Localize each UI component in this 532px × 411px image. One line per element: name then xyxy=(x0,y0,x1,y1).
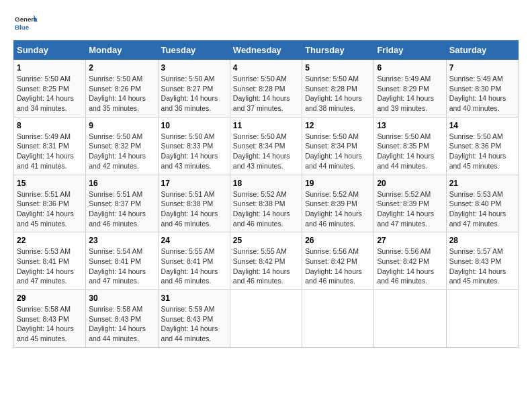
calendar-cell: 9 Sunrise: 5:50 AM Sunset: 8:32 PM Dayli… xyxy=(86,117,158,175)
day-number: 7 xyxy=(449,63,515,73)
day-info: Sunrise: 5:57 AM Sunset: 8:43 PM Dayligh… xyxy=(449,246,515,286)
day-number: 15 xyxy=(17,179,83,188)
day-number: 31 xyxy=(161,293,227,303)
day-number: 20 xyxy=(377,179,443,188)
day-number: 11 xyxy=(233,121,299,130)
calendar-cell: 7 Sunrise: 5:49 AM Sunset: 8:30 PM Dayli… xyxy=(446,60,518,118)
calendar-cell xyxy=(374,290,446,348)
day-info: Sunrise: 5:55 AM Sunset: 8:41 PM Dayligh… xyxy=(161,246,227,286)
day-info: Sunrise: 5:50 AM Sunset: 8:34 PM Dayligh… xyxy=(305,132,371,171)
day-number: 24 xyxy=(161,236,227,245)
day-info: Sunrise: 5:49 AM Sunset: 8:31 PM Dayligh… xyxy=(17,132,83,171)
calendar-cell: 19 Sunrise: 5:52 AM Sunset: 8:39 PM Dayl… xyxy=(302,175,374,232)
day-number: 21 xyxy=(449,179,515,188)
calendar-cell: 25 Sunrise: 5:55 AM Sunset: 8:42 PM Dayl… xyxy=(230,232,302,290)
calendar-header-thursday: Thursday xyxy=(302,41,374,60)
calendar-cell: 21 Sunrise: 5:53 AM Sunset: 8:40 PM Dayl… xyxy=(446,175,518,232)
calendar-week-row: 8 Sunrise: 5:49 AM Sunset: 8:31 PM Dayli… xyxy=(14,117,519,175)
day-info: Sunrise: 5:58 AM Sunset: 8:43 PM Dayligh… xyxy=(17,304,83,344)
day-number: 25 xyxy=(233,236,299,245)
day-info: Sunrise: 5:53 AM Sunset: 8:41 PM Dayligh… xyxy=(17,246,83,286)
calendar-cell: 27 Sunrise: 5:56 AM Sunset: 8:42 PM Dayl… xyxy=(374,232,446,290)
svg-text:Blue: Blue xyxy=(15,24,30,31)
day-number: 9 xyxy=(89,121,154,130)
calendar-header-friday: Friday xyxy=(374,41,446,60)
day-info: Sunrise: 5:52 AM Sunset: 8:39 PM Dayligh… xyxy=(305,189,371,229)
day-info: Sunrise: 5:50 AM Sunset: 8:33 PM Dayligh… xyxy=(161,132,227,171)
day-number: 23 xyxy=(89,236,154,245)
calendar-cell: 18 Sunrise: 5:52 AM Sunset: 8:38 PM Dayl… xyxy=(230,175,302,232)
day-number: 26 xyxy=(305,236,371,245)
day-info: Sunrise: 5:55 AM Sunset: 8:42 PM Dayligh… xyxy=(233,246,299,286)
day-number: 22 xyxy=(17,236,83,245)
day-info: Sunrise: 5:50 AM Sunset: 8:32 PM Dayligh… xyxy=(89,132,154,171)
day-info: Sunrise: 5:50 AM Sunset: 8:36 PM Dayligh… xyxy=(449,132,515,171)
day-info: Sunrise: 5:51 AM Sunset: 8:37 PM Dayligh… xyxy=(89,189,154,229)
day-number: 27 xyxy=(377,236,443,245)
calendar-cell: 4 Sunrise: 5:50 AM Sunset: 8:28 PM Dayli… xyxy=(230,60,302,118)
calendar-cell: 8 Sunrise: 5:49 AM Sunset: 8:31 PM Dayli… xyxy=(14,117,86,175)
day-number: 3 xyxy=(161,63,227,73)
logo-icon: General Blue xyxy=(13,13,38,34)
day-number: 19 xyxy=(305,179,371,188)
calendar-header-sunday: Sunday xyxy=(14,41,86,60)
calendar-cell: 6 Sunrise: 5:49 AM Sunset: 8:29 PM Dayli… xyxy=(374,60,446,118)
calendar-cell: 16 Sunrise: 5:51 AM Sunset: 8:37 PM Dayl… xyxy=(86,175,158,232)
day-info: Sunrise: 5:50 AM Sunset: 8:27 PM Dayligh… xyxy=(161,74,227,113)
calendar-cell: 31 Sunrise: 5:59 AM Sunset: 8:43 PM Dayl… xyxy=(158,290,230,348)
calendar-cell: 22 Sunrise: 5:53 AM Sunset: 8:41 PM Dayl… xyxy=(14,232,86,290)
calendar-cell: 10 Sunrise: 5:50 AM Sunset: 8:33 PM Dayl… xyxy=(158,117,230,175)
day-info: Sunrise: 5:52 AM Sunset: 8:39 PM Dayligh… xyxy=(377,189,443,229)
day-info: Sunrise: 5:49 AM Sunset: 8:29 PM Dayligh… xyxy=(377,74,443,113)
day-number: 8 xyxy=(17,121,83,130)
day-info: Sunrise: 5:59 AM Sunset: 8:43 PM Dayligh… xyxy=(161,304,227,344)
calendar-table: SundayMondayTuesdayWednesdayThursdayFrid… xyxy=(13,40,519,348)
day-number: 14 xyxy=(449,121,515,130)
logo: General Blue xyxy=(13,13,38,34)
day-number: 18 xyxy=(233,179,299,188)
day-number: 30 xyxy=(89,293,154,303)
calendar-week-row: 29 Sunrise: 5:58 AM Sunset: 8:43 PM Dayl… xyxy=(14,290,519,348)
day-number: 16 xyxy=(89,179,154,188)
day-number: 6 xyxy=(377,63,443,73)
calendar-cell: 29 Sunrise: 5:58 AM Sunset: 8:43 PM Dayl… xyxy=(14,290,86,348)
day-info: Sunrise: 5:51 AM Sunset: 8:38 PM Dayligh… xyxy=(161,189,227,229)
calendar-cell: 26 Sunrise: 5:56 AM Sunset: 8:42 PM Dayl… xyxy=(302,232,374,290)
calendar-header-monday: Monday xyxy=(86,41,158,60)
calendar-header-row: SundayMondayTuesdayWednesdayThursdayFrid… xyxy=(14,41,519,60)
day-number: 2 xyxy=(89,63,154,73)
day-number: 13 xyxy=(377,121,443,130)
day-number: 29 xyxy=(17,293,83,303)
calendar-cell: 20 Sunrise: 5:52 AM Sunset: 8:39 PM Dayl… xyxy=(374,175,446,232)
day-number: 28 xyxy=(449,236,515,245)
day-info: Sunrise: 5:56 AM Sunset: 8:42 PM Dayligh… xyxy=(377,246,443,286)
calendar-cell: 11 Sunrise: 5:50 AM Sunset: 8:34 PM Dayl… xyxy=(230,117,302,175)
calendar-cell: 14 Sunrise: 5:50 AM Sunset: 8:36 PM Dayl… xyxy=(446,117,518,175)
day-info: Sunrise: 5:50 AM Sunset: 8:25 PM Dayligh… xyxy=(17,74,83,113)
day-info: Sunrise: 5:50 AM Sunset: 8:28 PM Dayligh… xyxy=(305,74,371,113)
page-header: General Blue xyxy=(13,13,519,34)
day-info: Sunrise: 5:49 AM Sunset: 8:30 PM Dayligh… xyxy=(449,74,515,113)
calendar-week-row: 1 Sunrise: 5:50 AM Sunset: 8:25 PM Dayli… xyxy=(14,60,519,118)
calendar-week-row: 22 Sunrise: 5:53 AM Sunset: 8:41 PM Dayl… xyxy=(14,232,519,290)
calendar-header-wednesday: Wednesday xyxy=(230,41,302,60)
calendar-cell: 12 Sunrise: 5:50 AM Sunset: 8:34 PM Dayl… xyxy=(302,117,374,175)
calendar-cell: 24 Sunrise: 5:55 AM Sunset: 8:41 PM Dayl… xyxy=(158,232,230,290)
day-info: Sunrise: 5:56 AM Sunset: 8:42 PM Dayligh… xyxy=(305,246,371,286)
day-info: Sunrise: 5:54 AM Sunset: 8:41 PM Dayligh… xyxy=(89,246,154,286)
day-info: Sunrise: 5:58 AM Sunset: 8:43 PM Dayligh… xyxy=(89,304,154,344)
day-info: Sunrise: 5:50 AM Sunset: 8:28 PM Dayligh… xyxy=(233,74,299,113)
calendar-cell: 15 Sunrise: 5:51 AM Sunset: 8:36 PM Dayl… xyxy=(14,175,86,232)
day-number: 1 xyxy=(17,63,83,73)
calendar-cell: 28 Sunrise: 5:57 AM Sunset: 8:43 PM Dayl… xyxy=(446,232,518,290)
day-info: Sunrise: 5:50 AM Sunset: 8:26 PM Dayligh… xyxy=(89,74,154,113)
day-number: 10 xyxy=(161,121,227,130)
day-info: Sunrise: 5:52 AM Sunset: 8:38 PM Dayligh… xyxy=(233,189,299,229)
day-number: 12 xyxy=(305,121,371,130)
calendar-cell: 2 Sunrise: 5:50 AM Sunset: 8:26 PM Dayli… xyxy=(86,60,158,118)
calendar-header-saturday: Saturday xyxy=(446,41,518,60)
calendar-cell: 3 Sunrise: 5:50 AM Sunset: 8:27 PM Dayli… xyxy=(158,60,230,118)
day-number: 5 xyxy=(305,63,371,73)
calendar-cell: 23 Sunrise: 5:54 AM Sunset: 8:41 PM Dayl… xyxy=(86,232,158,290)
day-info: Sunrise: 5:53 AM Sunset: 8:40 PM Dayligh… xyxy=(449,189,515,229)
